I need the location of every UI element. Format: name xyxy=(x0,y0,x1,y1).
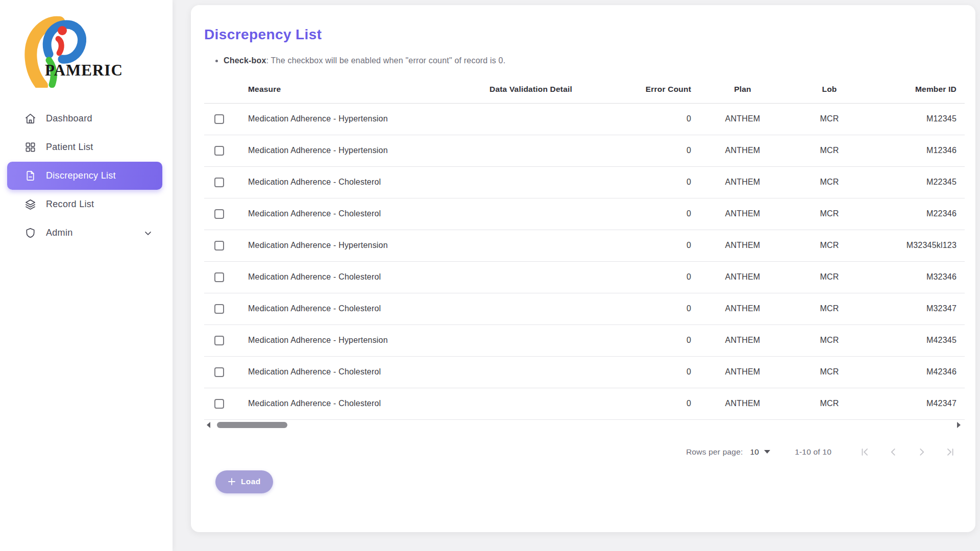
row-checkbox[interactable] xyxy=(214,272,224,282)
row-select-cell xyxy=(204,103,240,135)
measure-cell: Medication Adherence - Hypertension xyxy=(240,324,454,356)
plus-icon xyxy=(228,478,236,486)
measure-cell: Medication Adherence - Cholesterol xyxy=(240,166,454,198)
measure-cell: Medication Adherence - Cholesterol xyxy=(240,388,454,419)
last-page-icon[interactable] xyxy=(944,445,957,459)
sidebar-item-admin[interactable]: Admin xyxy=(7,219,162,247)
column-header-data-validation-detail: Data Validation Detail xyxy=(454,76,607,103)
plan-cell: ANTHEM xyxy=(699,388,786,419)
logo-text: PAMERIC xyxy=(45,61,123,80)
member-id-cell: M12345 xyxy=(873,103,965,135)
member-id-cell: M32346 xyxy=(873,261,965,293)
pagination-bar: Rows per page: 10 1-10 of 10 xyxy=(204,441,962,463)
member-id-cell: M32345kl123 xyxy=(873,230,965,261)
sidebar-item-label: Dashboard xyxy=(46,113,92,124)
member-id-cell: M22345 xyxy=(873,166,965,198)
table-row: Medication Adherence - Cholesterol 0 ANT… xyxy=(204,198,965,230)
rows-per-page-value: 10 xyxy=(750,447,760,457)
measure-cell: Medication Adherence - Cholesterol xyxy=(240,261,454,293)
data-validation-detail-cell xyxy=(454,103,607,135)
info-note-list: Check-box: The checkbox will be enabled … xyxy=(224,56,962,65)
app-logo: PAMERIC xyxy=(0,0,173,99)
load-button[interactable]: Load xyxy=(215,470,273,493)
lob-cell: MCR xyxy=(786,293,873,324)
data-validation-detail-cell xyxy=(454,356,607,388)
data-validation-detail-cell xyxy=(454,198,607,230)
member-id-cell: M32347 xyxy=(873,293,965,324)
chevron-down-icon xyxy=(143,228,153,238)
error-count-cell: 0 xyxy=(607,103,699,135)
data-validation-detail-cell xyxy=(454,324,607,356)
lob-cell: MCR xyxy=(786,388,873,419)
measure-cell: Medication Adherence - Hypertension xyxy=(240,103,454,135)
scrollbar-thumb[interactable] xyxy=(217,422,287,428)
table-row: Medication Adherence - Hypertension 0 AN… xyxy=(204,135,965,166)
data-validation-detail-cell xyxy=(454,166,607,198)
row-checkbox[interactable] xyxy=(214,114,224,124)
lob-cell: MCR xyxy=(786,198,873,230)
home-icon xyxy=(24,113,36,124)
scroll-right-arrow-icon[interactable] xyxy=(955,421,962,429)
row-select-cell xyxy=(204,198,240,230)
plan-cell: ANTHEM xyxy=(699,356,786,388)
plan-cell: ANTHEM xyxy=(699,230,786,261)
main-content-card: Discrepency List Check-box: The checkbox… xyxy=(191,5,975,532)
plan-cell: ANTHEM xyxy=(699,166,786,198)
row-select-cell xyxy=(204,356,240,388)
lob-cell: MCR xyxy=(786,166,873,198)
table-row: Medication Adherence - Cholesterol 0 ANT… xyxy=(204,293,965,324)
scroll-left-arrow-icon[interactable] xyxy=(205,421,212,429)
row-select-cell xyxy=(204,388,240,419)
sidebar-item-patient-list[interactable]: Patient List xyxy=(7,133,162,161)
lob-cell: MCR xyxy=(786,103,873,135)
row-checkbox[interactable] xyxy=(214,209,224,219)
error-count-cell: 0 xyxy=(607,230,699,261)
row-checkbox[interactable] xyxy=(214,146,224,156)
member-id-cell: M42345 xyxy=(873,324,965,356)
member-id-cell: M22346 xyxy=(873,198,965,230)
row-checkbox[interactable] xyxy=(214,336,224,345)
measure-cell: Medication Adherence - Cholesterol xyxy=(240,293,454,324)
row-checkbox[interactable] xyxy=(214,367,224,377)
member-id-cell: M12346 xyxy=(873,135,965,166)
error-count-cell: 0 xyxy=(607,198,699,230)
checkbox-note-text: : The checkbox will be enabled when "err… xyxy=(266,56,506,65)
error-count-cell: 0 xyxy=(607,293,699,324)
previous-page-icon[interactable] xyxy=(887,445,900,459)
rows-per-page-select[interactable]: 10 xyxy=(750,447,771,457)
table-row: Medication Adherence - Hypertension 0 AN… xyxy=(204,324,965,356)
shield-icon xyxy=(24,227,36,239)
row-checkbox[interactable] xyxy=(214,399,224,409)
row-checkbox[interactable] xyxy=(214,241,224,251)
data-validation-detail-cell xyxy=(454,135,607,166)
data-validation-detail-cell xyxy=(454,261,607,293)
table-row: Medication Adherence - Cholesterol 0 ANT… xyxy=(204,388,965,419)
column-header-select xyxy=(204,76,240,103)
sidebar-item-discrepency-list[interactable]: Discrepency List xyxy=(7,162,162,190)
column-header-lob: Lob xyxy=(786,76,873,103)
table-row: Medication Adherence - Hypertension 0 AN… xyxy=(204,103,965,135)
measure-cell: Medication Adherence - Cholesterol xyxy=(240,356,454,388)
sidebar-item-label: Discrepency List xyxy=(46,170,116,181)
plan-cell: ANTHEM xyxy=(699,324,786,356)
next-page-icon[interactable] xyxy=(915,445,928,459)
pager-controls xyxy=(858,445,957,459)
document-icon xyxy=(24,170,36,182)
layers-icon xyxy=(24,198,36,210)
table-horizontal-scrollbar xyxy=(204,420,962,430)
row-checkbox[interactable] xyxy=(214,178,224,187)
plan-cell: ANTHEM xyxy=(699,103,786,135)
column-header-measure: Measure xyxy=(240,76,454,103)
member-id-cell: M42346 xyxy=(873,356,965,388)
lob-cell: MCR xyxy=(786,261,873,293)
column-header-member-id: Member ID xyxy=(873,76,965,103)
sidebar-item-record-list[interactable]: Record List xyxy=(7,190,162,218)
first-page-icon[interactable] xyxy=(858,445,871,459)
lob-cell: MCR xyxy=(786,324,873,356)
measure-cell: Medication Adherence - Cholesterol xyxy=(240,198,454,230)
row-checkbox[interactable] xyxy=(214,304,224,314)
sidebar-item-dashboard[interactable]: Dashboard xyxy=(7,105,162,133)
row-select-cell xyxy=(204,261,240,293)
sidebar: PAMERIC Dashboard Patient List xyxy=(0,0,173,551)
rows-per-page-label: Rows per page: xyxy=(686,447,743,457)
